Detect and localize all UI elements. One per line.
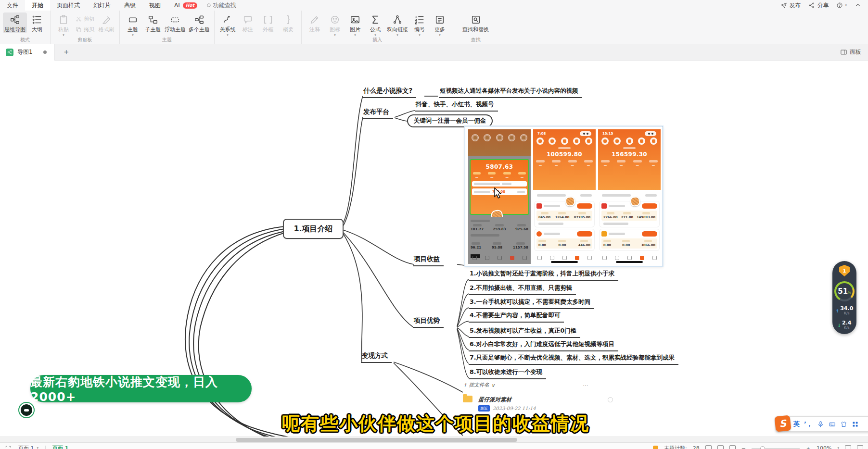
scrollbar-thumb[interactable] <box>236 438 517 442</box>
skin-icon[interactable] <box>840 421 847 428</box>
relation-line-button[interactable]: 关系线 ▾ <box>217 12 238 37</box>
topic-what-is-child[interactable]: 短视频达人通过各媒体平台发布关于小说内容的视频 <box>439 87 582 98</box>
help-button[interactable]: ▾ <box>836 2 847 9</box>
topic-monetization[interactable]: 变现方式 <box>361 351 392 363</box>
minimize-panel-icon[interactable] <box>857 445 863 449</box>
paste-button[interactable]: 粘贴 ▾ <box>53 12 74 37</box>
multiple-topics-button[interactable]: 多个主题 <box>187 12 211 33</box>
panel-icon <box>840 49 847 56</box>
root-topic[interactable]: 1.项目介绍 <box>283 219 344 239</box>
zoom-out-button[interactable]: − <box>741 445 746 449</box>
menu-tab-advanced[interactable]: 高级 <box>117 0 142 11</box>
cut-icon <box>76 16 82 22</box>
numbering-button[interactable]: 编号 ▾ <box>409 12 430 37</box>
phone-screenshot-3: 15:15 156599.30 —— —— 2766.00 271.00 <box>598 129 661 264</box>
format-painter-button[interactable]: 格式刷 <box>96 12 116 33</box>
upload-arrow-icon: ↑ <box>836 309 840 313</box>
outline-icon <box>32 14 42 25</box>
toolbox-icon[interactable] <box>852 421 859 428</box>
cut-button[interactable]: 剪切 <box>76 15 94 23</box>
file-row[interactable]: 蛋仔派对素材 最近 2023-09-22 11:14 <box>463 394 622 412</box>
advantage-item[interactable]: 2.不用拍摄出镜、不用直播、只需剪辑 <box>469 284 576 295</box>
formula-button[interactable]: 公式 ▾ <box>365 12 385 37</box>
keyboard-icon[interactable] <box>829 421 836 428</box>
advantage-item[interactable]: 1.小说推文暂时还处于蓝海阶段，抖音上明显供小于求 <box>469 270 618 281</box>
topic-what-is[interactable]: 什么是小说推文? <box>362 87 416 98</box>
advantage-item[interactable]: 6.对小白非常友好，入门难度远低于其他短视频等项目 <box>469 340 618 351</box>
ai-assistant-button[interactable] <box>19 403 34 417</box>
topic-project-income[interactable]: 项目收益 <box>413 255 444 266</box>
bidirectional-link-button[interactable]: 双向链接 ▾ <box>385 12 409 37</box>
menu-tab-ai[interactable]: AI <box>167 0 182 11</box>
collapse-ribbon-icon[interactable] <box>855 2 861 9</box>
upload-speed: ↑ 34.0K/s <box>836 306 854 316</box>
image-insert-button[interactable]: 图片 ▾ <box>345 12 365 37</box>
more-insert-button[interactable]: 更多 ▾ <box>430 12 450 37</box>
floating-topic-button[interactable]: 浮动主题 <box>163 12 187 33</box>
format-painter-icon <box>101 14 112 25</box>
ime-punctuation-toggle[interactable]: ’， <box>804 420 813 428</box>
doc-tab-map1[interactable]: 导图1 <box>0 44 55 61</box>
recent-badge: 最近 <box>478 405 490 412</box>
new-sheet-button[interactable]: ＋ <box>63 47 70 57</box>
mindmap-mode-button[interactable]: 思维导图 <box>3 12 27 33</box>
outline-mode-button[interactable]: 大纲 <box>27 12 47 33</box>
advantage-item[interactable]: 5.发布视频就可以产生收益，真正0门槛 <box>469 327 580 338</box>
menu-tab-view[interactable]: 视图 <box>142 0 167 11</box>
sogou-logo-icon[interactable]: S <box>774 415 791 432</box>
page-selector[interactable]: 页面 1 <box>18 445 34 449</box>
zoom-in-button[interactable]: ＋ <box>805 445 811 449</box>
copy-button[interactable]: 拷贝 <box>76 26 94 33</box>
topic-count-value: 28 <box>693 445 700 449</box>
feature-search-input[interactable] <box>212 1 255 9</box>
menu-tab-slides[interactable]: 幻灯片 <box>87 0 117 11</box>
fit-view-icon[interactable] <box>729 445 736 449</box>
system-monitor-widget[interactable]: 1 51% ↑ 34.0K/s ↓ 2.4K/s <box>832 261 856 334</box>
microphone-icon[interactable] <box>817 421 824 428</box>
subtopic-icon <box>148 14 158 25</box>
callout-button[interactable]: 标注 <box>238 12 258 33</box>
comment-button[interactable]: 注释 <box>305 12 325 33</box>
topic-button[interactable]: 主题 ▾ <box>123 12 143 37</box>
share-button[interactable]: 分享 <box>808 1 829 10</box>
selection-mode-icon[interactable] <box>5 445 12 449</box>
advantage-item[interactable]: 3.一台手机就可以搞定，不需要耗费太多时间 <box>469 298 594 309</box>
ime-toolbar[interactable]: S 英 ’， <box>776 416 868 432</box>
active-page-tab[interactable]: 页面 1 <box>52 445 68 449</box>
topic-project-advantages[interactable]: 项目优势 <box>413 316 444 328</box>
menu-tab-file[interactable]: 文件 <box>0 0 25 11</box>
save-view-icon[interactable] <box>717 445 724 449</box>
icon-insert-button[interactable]: 图标 ▾ <box>325 12 345 37</box>
summary-button[interactable]: 概要 <box>278 12 298 33</box>
advantage-item[interactable]: 7.只要足够耐心，不断去优化视频、素材、选文，积累实战经验都能拿到成果 <box>469 354 678 365</box>
drag-handle-icon[interactable]: ⋯ <box>583 382 588 388</box>
fullscreen-icon[interactable] <box>845 445 851 449</box>
find-replace-button[interactable]: 查找和替换 <box>461 12 490 33</box>
ribbon-group-insert: 注释 图标 ▾ 图片 ▾ 公式 ▾ 双向链接 ▾ <box>302 11 453 44</box>
ime-language-toggle[interactable]: 英 <box>793 420 800 428</box>
topic-platform-list[interactable]: 抖音、快手、小红书、视频号 <box>415 100 498 112</box>
mindmap-canvas[interactable]: 1.项目介绍 什么是小说推文? 短视频达人通过各媒体平台发布关于小说内容的视频 … <box>0 61 868 442</box>
advantage-item[interactable]: 8.可以收徒来进行一个变现 <box>469 368 546 379</box>
feature-search[interactable] <box>206 1 255 9</box>
menu-tab-home[interactable]: 开始 <box>25 0 50 11</box>
grid-view-icon[interactable] <box>705 445 712 449</box>
ribbon-group-relation: 关系线 ▾ 标注 外框 概要 <box>215 11 302 44</box>
emoji-icon <box>330 14 340 25</box>
panel-toggle-button[interactable]: 面板 <box>840 48 861 56</box>
search-icon <box>206 2 212 9</box>
zoom-slider[interactable] <box>752 448 800 449</box>
publish-button[interactable]: 发布 <box>780 1 801 10</box>
advantage-item[interactable]: 4.不需要生产内容，简单配音即可 <box>469 312 564 323</box>
zoom-level[interactable]: 100% <box>817 445 831 449</box>
multiple-topics-icon <box>194 14 204 25</box>
menu-tab-page-style[interactable]: 页面样式 <box>50 0 87 11</box>
callout-icon <box>243 14 253 25</box>
topic-keyword-chain[interactable]: 关键词—注册—会员—佣金 <box>407 114 493 127</box>
file-radio[interactable] <box>608 397 613 402</box>
topic-platforms[interactable]: 发布平台 <box>362 108 393 119</box>
share-icon <box>808 2 815 9</box>
subtopic-button[interactable]: 子主题 <box>143 12 163 33</box>
frame-button[interactable]: 外框 <box>258 12 278 33</box>
horizontal-scrollbar[interactable] <box>0 437 868 442</box>
